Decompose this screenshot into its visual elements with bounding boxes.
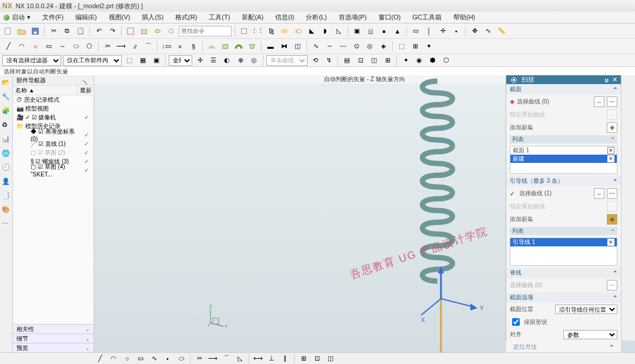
tree-item[interactable]: ▢ ☑ 草图 (4) "SKET...✓: [13, 166, 93, 175]
nav-tree[interactable]: ⏱ 历史记录模式📷 模型视图🎥 ✓ ☑ 摄像机✓📁 模型历史记录◆ ☑ 基准坐标…: [13, 95, 93, 324]
sb-chamfer-icon[interactable]: ◺: [234, 353, 246, 365]
list-label-1[interactable]: 列表: [512, 135, 524, 143]
circle-icon[interactable]: ○: [29, 41, 41, 52]
menu-info[interactable]: 信息(I): [267, 12, 298, 23]
paste-icon[interactable]: 📋: [75, 25, 86, 37]
pattern-icon[interactable]: ⋮⋮: [252, 25, 263, 37]
col-new[interactable]: 最新: [77, 86, 93, 95]
dialog-close-icon[interactable]: ✕: [612, 76, 617, 84]
rail-layers-icon[interactable]: 📑: [2, 192, 11, 201]
cube-icon[interactable]: ▣: [351, 25, 363, 37]
reverse-icon[interactable]: ↔: [594, 96, 604, 107]
point-icon[interactable]: •: [450, 25, 462, 37]
f8-icon[interactable]: ◎: [248, 55, 260, 66]
rail-asm-icon[interactable]: 🔧: [2, 93, 11, 102]
f7-icon[interactable]: ⊕: [235, 55, 246, 66]
gear-icon[interactable]: [510, 76, 518, 84]
chamfer-icon[interactable]: ◺: [333, 25, 345, 37]
menu-insert[interactable]: 插入(S): [133, 12, 167, 23]
curve6-icon[interactable]: ◈: [377, 41, 389, 52]
new-item[interactable]: 新建: [513, 155, 524, 163]
f14-icon[interactable]: ⊞: [382, 55, 393, 66]
rail-browser-icon[interactable]: 🌐: [2, 149, 11, 159]
blend-icon[interactable]: ◗: [319, 25, 331, 37]
command-search[interactable]: [179, 26, 232, 36]
project-icon[interactable]: ↓▭: [161, 41, 172, 52]
measure-icon[interactable]: 📏: [496, 25, 507, 37]
tree-item[interactable]: ⏱ 历史记录模式: [13, 95, 93, 104]
add-set2-icon[interactable]: ✚: [607, 214, 617, 225]
explode-icon[interactable]: ✦: [423, 41, 435, 52]
redo-icon[interactable]: ↷: [106, 25, 118, 37]
remove-guide-icon[interactable]: ✕: [607, 239, 614, 246]
rail-nav-icon[interactable]: 📂: [2, 79, 11, 88]
sec-ridge[interactable]: 脊线: [510, 269, 522, 277]
sweep-icon[interactable]: [233, 41, 245, 52]
menu-start[interactable]: 启动 ▾: [0, 12, 34, 23]
sb-geo-icon[interactable]: ∥: [279, 353, 291, 365]
scope-filter[interactable]: 仅在工作部件内: [63, 55, 122, 66]
sec-section[interactable]: 截面: [510, 85, 522, 93]
f15-icon[interactable]: ✦: [400, 55, 412, 66]
filter-icon-1[interactable]: ⬚: [123, 55, 135, 66]
rail-vis-icon[interactable]: 🎨: [2, 206, 11, 215]
patch-icon[interactable]: ◫: [292, 41, 303, 52]
ridge-select-icon[interactable]: 〰: [607, 280, 617, 290]
menu-preferences[interactable]: 首选项(P): [330, 12, 370, 23]
thicken-icon[interactable]: ▬: [265, 41, 276, 52]
loft-icon[interactable]: [246, 41, 258, 52]
remove-new-icon[interactable]: ✕: [607, 155, 614, 162]
all-filter[interactable]: 全部: [169, 55, 192, 66]
intersect-icon[interactable]: ⨉: [174, 41, 186, 52]
keep-shape-check[interactable]: [512, 318, 520, 326]
save-icon[interactable]: [29, 25, 41, 37]
f4-icon[interactable]: ✢: [194, 55, 206, 66]
menu-assembly[interactable]: 装配(A): [233, 12, 267, 23]
collapse-preview[interactable]: 预览⌄: [13, 343, 93, 352]
curve-select2-icon[interactable]: 〰: [607, 188, 617, 199]
unite-icon[interactable]: [279, 25, 290, 37]
rail-more-icon[interactable]: ⋯: [2, 220, 11, 229]
sb-point-icon[interactable]: •: [162, 353, 173, 365]
menu-analysis[interactable]: 分析(L): [298, 12, 330, 23]
open-icon[interactable]: [16, 25, 28, 37]
sb-circle-icon[interactable]: ○: [121, 353, 133, 365]
rail-reuse-icon[interactable]: ♻: [2, 121, 11, 131]
tree-item[interactable]: 📷 模型视图: [13, 104, 93, 113]
tree-item[interactable]: 🎥 ✓ ☑ 摄像机✓: [13, 113, 93, 122]
sec-opts[interactable]: 截面选项: [510, 293, 533, 302]
guide-list[interactable]: 引导线 1✕: [510, 238, 617, 266]
f16-icon[interactable]: ◉: [413, 55, 425, 66]
new-icon[interactable]: [2, 25, 14, 37]
f18-icon[interactable]: ⬡: [440, 55, 452, 66]
sb-ellipse-icon[interactable]: ⬭: [175, 353, 187, 365]
trim-icon[interactable]: ✂: [102, 41, 113, 52]
shell-icon[interactable]: [238, 25, 250, 37]
remove-section-icon[interactable]: ✕: [607, 147, 614, 154]
rail-history-icon[interactable]: 🕘: [2, 163, 11, 173]
sb-constr-icon[interactable]: ⊥: [266, 353, 278, 365]
spline-icon[interactable]: ～: [56, 41, 68, 52]
datum-axis-icon[interactable]: │: [423, 25, 435, 37]
hole-icon[interactable]: [165, 25, 177, 37]
curve5-icon[interactable]: ◎: [364, 41, 376, 52]
surface1-icon[interactable]: [206, 41, 218, 52]
assembly-icon[interactable]: ⬚: [396, 41, 407, 52]
menu-window[interactable]: 窗口(O): [370, 12, 405, 23]
add-set-icon[interactable]: ✚: [607, 122, 617, 133]
curve1-icon[interactable]: ∿: [310, 41, 322, 52]
sb-line-icon[interactable]: ╱: [94, 353, 106, 365]
f5-icon[interactable]: ☰: [208, 55, 219, 66]
rail-roles-icon[interactable]: 👤: [2, 178, 11, 187]
sb-arc-icon[interactable]: ◠: [108, 353, 119, 365]
sec-orient[interactable]: 定位方法: [513, 343, 537, 351]
sb-fillet-icon[interactable]: ⌒: [220, 353, 232, 365]
align-select[interactable]: 参数: [563, 330, 618, 339]
col-name[interactable]: 名称 ▲: [13, 86, 77, 95]
dialog-reset-icon[interactable]: υ: [605, 76, 609, 84]
offset-icon[interactable]: ⫽: [129, 41, 141, 52]
sketch-icon[interactable]: [125, 25, 136, 37]
rail-hd3d-icon[interactable]: 📊: [2, 135, 11, 145]
sb-misc3-icon[interactable]: ◫: [325, 353, 336, 365]
menu-file[interactable]: 文件(F): [34, 12, 67, 23]
